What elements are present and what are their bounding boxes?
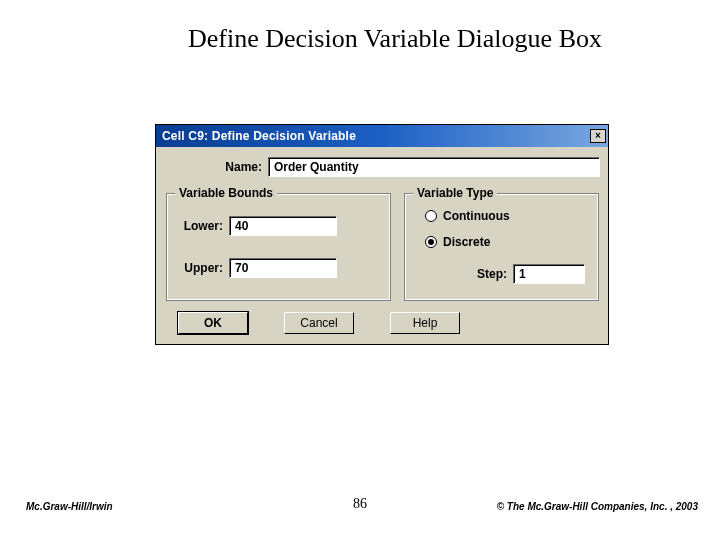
radio-continuous-indicator [425,210,437,222]
button-row: OK Cancel Help [178,312,460,334]
cancel-button[interactable]: Cancel [284,312,354,334]
upper-bound-label: Upper: [175,261,223,275]
ok-button[interactable]: OK [178,312,248,334]
slide-title: Define Decision Variable Dialogue Box [0,24,720,54]
help-button[interactable]: Help [390,312,460,334]
radio-discrete-indicator [425,236,437,248]
variable-bounds-legend: Variable Bounds [175,186,277,200]
upper-bound-input[interactable] [229,258,337,278]
lower-bound-input[interactable] [229,216,337,236]
step-label: Step: [467,267,507,281]
name-label: Name: [210,160,262,174]
close-icon: × [595,131,601,141]
radio-discrete-label: Discrete [443,235,490,249]
lower-bound-label: Lower: [175,219,223,233]
dialog-client-area: Name: Variable Bounds Lower: Upper: Vari… [156,147,608,344]
radio-dot-icon [428,239,434,245]
name-row: Name: [210,157,600,177]
variable-bounds-group: Variable Bounds Lower: Upper: [166,193,391,301]
lower-bound-row: Lower: [175,216,337,236]
titlebar: Cell C9: Define Decision Variable × [156,125,608,147]
name-input[interactable] [268,157,600,177]
close-button[interactable]: × [590,129,606,143]
footer-right: © The Mc.Graw-Hill Companies, Inc. , 200… [497,501,698,512]
radio-continuous[interactable]: Continuous [425,209,510,223]
define-decision-variable-dialog: Cell C9: Define Decision Variable × Name… [155,124,609,345]
step-row: Step: [467,264,585,284]
titlebar-text: Cell C9: Define Decision Variable [162,129,356,143]
upper-bound-row: Upper: [175,258,337,278]
radio-continuous-label: Continuous [443,209,510,223]
radio-discrete[interactable]: Discrete [425,235,490,249]
variable-type-legend: Variable Type [413,186,497,200]
variable-type-group: Variable Type Continuous Discrete Step: [404,193,599,301]
step-input[interactable] [513,264,585,284]
